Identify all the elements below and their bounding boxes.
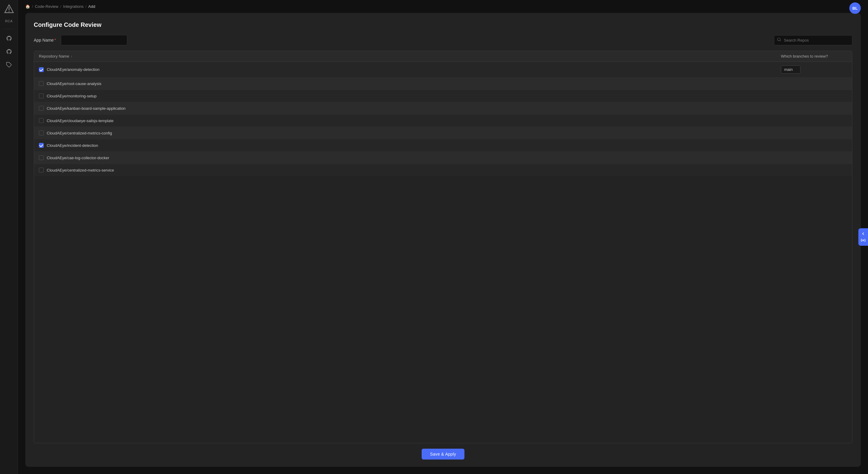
breadcrumb-sep-3: /: [85, 4, 87, 9]
repo-checkbox-4[interactable]: [39, 106, 44, 111]
search-repos-input[interactable]: [774, 35, 852, 45]
repo-name-9: CloudAEye/centralized-metrics-service: [47, 168, 114, 173]
table-row: CloudAEye/centralized-metrics-service: [34, 164, 852, 176]
card-title: Configure Code Review: [34, 22, 852, 28]
sidebar: RCA: [0, 0, 18, 474]
repo-checkbox-8[interactable]: [39, 155, 44, 160]
app-name-label: App Name*: [34, 38, 56, 42]
sort-arrow-icon: ↑: [70, 55, 72, 58]
main-content: 🏠 / Code-Review / Integrations / Add BL …: [18, 0, 868, 474]
table-row: CloudAEye/root-cause-analysis: [34, 78, 852, 90]
repo-checkbox-7[interactable]: [39, 143, 44, 148]
card-footer: Save & Apply: [34, 443, 852, 460]
repo-checkbox-2[interactable]: [39, 81, 44, 86]
repo-name-6: CloudAEye/centralized-metrics-config: [47, 131, 112, 136]
header-right: BL: [849, 2, 861, 14]
table-row: CloudAEye/centralized-metrics-config: [34, 127, 852, 139]
tag-icon[interactable]: [4, 59, 14, 70]
home-icon[interactable]: 🏠: [25, 4, 30, 9]
repo-checkbox-9[interactable]: [39, 168, 44, 173]
col-repo-name: Repository Name ↑: [39, 54, 781, 59]
github-icon-2[interactable]: [4, 46, 14, 57]
table-row: CloudAEye/cae-log-collector-docker: [34, 152, 852, 164]
repo-checkbox-5[interactable]: [39, 118, 44, 123]
repo-name-5: CloudAEye/cloudaeye-sailsjs-template: [47, 119, 114, 123]
right-panel-toggle[interactable]: [858, 228, 868, 246]
save-apply-button[interactable]: Save & Apply: [422, 449, 465, 460]
repo-name-1: CloudAEye/anomaly-detection: [47, 67, 99, 72]
breadcrumb-add: Add: [88, 4, 95, 9]
form-row: App Name*: [34, 35, 852, 45]
table-row: CloudAEye/cloudaeye-sailsjs-template: [34, 115, 852, 127]
repo-checkbox-3[interactable]: [39, 93, 44, 98]
svg-point-6: [863, 240, 864, 241]
col-branches: Which branches to review?: [781, 54, 847, 59]
configure-card: Configure Code Review App Name* Reposito…: [25, 13, 861, 467]
repo-checkbox-1[interactable]: [39, 67, 44, 72]
svg-point-2: [8, 11, 9, 12]
repo-name-3: CloudAEye/monitoring-setup: [47, 94, 96, 98]
breadcrumb: 🏠 / Code-Review / Integrations / Add: [18, 0, 868, 13]
app-name-input[interactable]: [61, 35, 127, 45]
table-row: CloudAEye/anomaly-detectionmain: [34, 62, 852, 78]
app-logo[interactable]: [4, 4, 14, 14]
breadcrumb-sep-2: /: [60, 4, 61, 9]
breadcrumb-code-review[interactable]: Code-Review: [35, 4, 59, 9]
table-row: CloudAEye/kanban-board-sample-applicatio…: [34, 102, 852, 115]
sidebar-label: RCA: [5, 19, 13, 23]
repo-name-7: CloudAEye/incident-detection: [47, 143, 98, 148]
breadcrumb-integrations[interactable]: Integrations: [63, 4, 84, 9]
github-icon-1[interactable]: [4, 33, 14, 44]
repo-name-8: CloudAEye/cae-log-collector-docker: [47, 156, 109, 160]
repo-table: Repository Name ↑ Which branches to revi…: [34, 51, 852, 443]
breadcrumb-sep-1: /: [32, 4, 33, 9]
table-body: CloudAEye/anomaly-detectionmainCloudAEye…: [34, 62, 852, 443]
required-star: *: [54, 38, 56, 42]
sidebar-divider: [4, 29, 14, 29]
search-repos-container: [774, 35, 852, 45]
table-row: CloudAEye/incident-detection: [34, 139, 852, 152]
repo-name-2: CloudAEye/root-cause-analysis: [47, 81, 101, 86]
repo-checkbox-6[interactable]: [39, 130, 44, 136]
repo-name-4: CloudAEye/kanban-board-sample-applicatio…: [47, 106, 126, 111]
table-header: Repository Name ↑ Which branches to revi…: [34, 51, 852, 62]
user-avatar[interactable]: BL: [849, 2, 861, 14]
branch-select-1[interactable]: main: [781, 65, 801, 73]
table-row: CloudAEye/monitoring-setup: [34, 90, 852, 102]
